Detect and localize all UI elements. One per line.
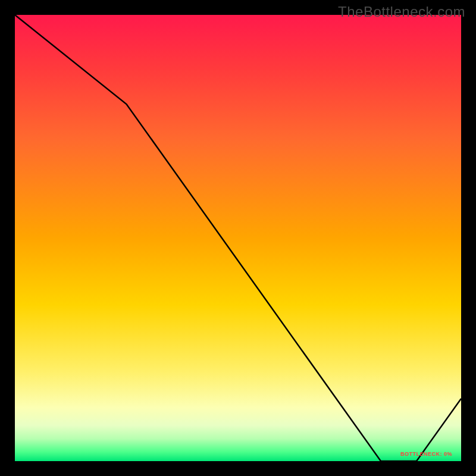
bottleneck-line [15,15,461,461]
bottleneck-polyline [15,15,461,461]
bottleneck-annotation: BOTTLENECK: 0% [400,451,452,457]
watermark-text: TheBottleneck.com [338,4,465,20]
plot-area: BOTTLENECK: 0% [15,15,461,461]
chart-frame: TheBottleneck.com BOTTLENECK: 0% [0,0,476,476]
